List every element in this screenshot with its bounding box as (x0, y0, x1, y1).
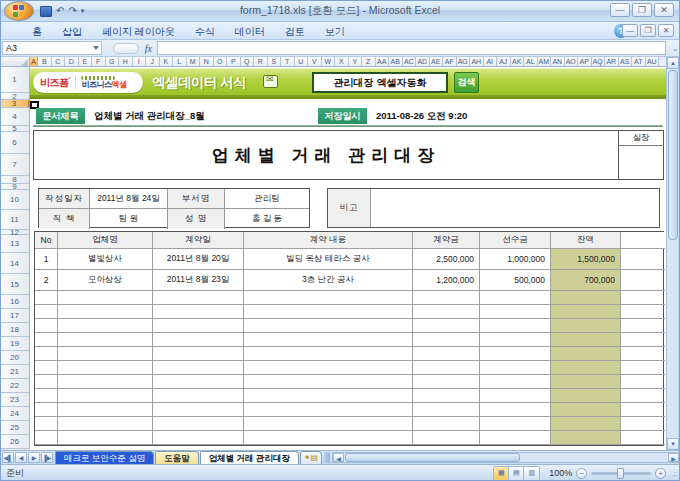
row-header-20[interactable]: 20 (0, 351, 30, 365)
column-header-F[interactable]: F (92, 57, 106, 67)
row-header-21[interactable]: 21 (0, 365, 30, 379)
column-header-C[interactable]: C (52, 57, 66, 67)
ledger-cell-empty[interactable] (413, 333, 480, 347)
horizontal-scrollbar[interactable]: ◀ ▶ (332, 452, 680, 463)
column-header-E[interactable]: E (79, 57, 93, 67)
column-header-O[interactable]: O (214, 57, 228, 67)
scroll-right-icon[interactable]: ▶ (668, 453, 679, 462)
column-header-Q[interactable]: Q (241, 57, 255, 67)
row-header-10[interactable]: 10 (0, 190, 30, 210)
ledger-cell-empty[interactable] (35, 389, 58, 403)
column-header-K[interactable]: K (160, 57, 174, 67)
doc-minimize-button[interactable]: — (622, 24, 638, 37)
column-header-D[interactable]: D (65, 57, 79, 67)
search-button[interactable]: 검색 (454, 72, 479, 93)
column-header-AU[interactable]: AU (646, 57, 660, 67)
ledger-cell-empty[interactable] (153, 389, 244, 403)
ledger-cell-empty[interactable] (35, 291, 58, 305)
redo-icon[interactable]: ↷ (68, 4, 76, 18)
insert-worksheet-icon[interactable]: ✦▤ (300, 451, 322, 464)
ledger-cell-empty[interactable] (244, 333, 413, 347)
ledger-cell[interactable]: 빌딩 옥상 테라스 공사 (244, 249, 413, 270)
ledger-cell-empty[interactable] (58, 389, 153, 403)
page-layout-view-icon[interactable]: ▤ (509, 467, 524, 480)
column-header-V[interactable]: V (308, 57, 322, 67)
column-header-Y[interactable]: Y (349, 57, 363, 67)
column-header-AC[interactable]: AC (403, 57, 417, 67)
ledger-cell-empty[interactable] (153, 305, 244, 319)
ledger-cell-empty[interactable] (35, 305, 58, 319)
column-header-P[interactable]: P (227, 57, 241, 67)
ledger-cell-empty[interactable] (551, 347, 621, 361)
ledger-cell-empty[interactable] (153, 319, 244, 333)
ledger-cell[interactable]: 1,500,000 (551, 249, 621, 270)
ledger-cell-empty[interactable] (244, 347, 413, 361)
ribbon-tab-1[interactable]: 홈 (22, 22, 52, 40)
ledger-cell-empty[interactable] (244, 389, 413, 403)
column-header-AG[interactable]: AG (457, 57, 471, 67)
column-header-AF[interactable]: AF (443, 57, 457, 67)
ledger-cell-empty[interactable] (480, 361, 551, 375)
ledger-cell-empty[interactable] (621, 333, 665, 347)
ledger-cell-empty[interactable] (551, 375, 621, 389)
ledger-cell-empty[interactable] (244, 319, 413, 333)
column-header-AI[interactable]: AI (484, 57, 498, 67)
sheet-tab-2[interactable]: 도움말 (155, 451, 199, 464)
ledger-cell-empty[interactable] (58, 375, 153, 389)
ledger-cell[interactable]: 2011년 8월 20일 (153, 249, 244, 270)
ledger-cell-empty[interactable] (244, 431, 413, 445)
column-header-AD[interactable]: AD (416, 57, 430, 67)
formula-input[interactable] (157, 41, 666, 55)
ledger-cell-empty[interactable] (244, 403, 413, 417)
ledger-cell[interactable]: 2 (35, 270, 58, 291)
ledger-cell-empty[interactable] (621, 389, 665, 403)
column-header-AB[interactable]: AB (389, 57, 403, 67)
ribbon-tab-3[interactable]: 페이지 레이아웃 (92, 22, 185, 40)
ledger-cell-empty[interactable] (244, 291, 413, 305)
row-header-14[interactable]: 14 (0, 253, 30, 274)
row-header-25[interactable]: 25 (0, 421, 30, 435)
doc-close-button[interactable]: ✕ (658, 24, 674, 37)
row-header-6[interactable]: 6 (0, 132, 30, 154)
ledger-cell-empty[interactable] (621, 347, 665, 361)
page-break-view-icon[interactable]: ▥ (524, 467, 539, 480)
formula-bar-expand-icon[interactable]: ⌄ (672, 45, 678, 53)
column-header-M[interactable]: M (187, 57, 201, 67)
ledger-cell-empty[interactable] (551, 431, 621, 445)
ledger-cell-empty[interactable] (35, 417, 58, 431)
column-header-I[interactable]: I (133, 57, 147, 67)
column-header-L[interactable]: L (173, 57, 187, 67)
ledger-cell-empty[interactable] (413, 389, 480, 403)
ledger-cell-empty[interactable] (58, 305, 153, 319)
column-header-AJ[interactable]: AJ (497, 57, 511, 67)
ledger-cell-empty[interactable] (551, 389, 621, 403)
ledger-cell-empty[interactable] (551, 403, 621, 417)
zoom-out-icon[interactable]: − (576, 468, 587, 479)
ledger-cell-empty[interactable] (153, 417, 244, 431)
doc-restore-button[interactable]: ❐ (640, 24, 656, 37)
ledger-cell-empty[interactable] (153, 403, 244, 417)
ledger-cell-empty[interactable] (58, 333, 153, 347)
ledger-cell[interactable]: 별빛상사 (58, 249, 153, 270)
zoom-in-icon[interactable]: + (655, 468, 666, 479)
ledger-cell-empty[interactable] (153, 361, 244, 375)
ledger-cell-empty[interactable] (35, 431, 58, 445)
column-header-G[interactable]: G (106, 57, 120, 67)
ledger-cell-empty[interactable] (551, 361, 621, 375)
ledger-cell-empty[interactable] (153, 431, 244, 445)
vertical-scrollbar[interactable]: ▲ ▼ (666, 57, 678, 450)
ledger-cell-empty[interactable] (35, 403, 58, 417)
scroll-down-icon[interactable]: ▼ (667, 438, 679, 450)
banner-search-input[interactable]: 관리대장 엑셀자동화 (312, 72, 448, 93)
save-icon[interactable] (40, 6, 52, 17)
ledger-cell-empty[interactable] (621, 431, 665, 445)
ledger-cell-empty[interactable] (58, 431, 153, 445)
column-header-Z[interactable]: Z (362, 57, 376, 67)
ribbon-tab-7[interactable]: 보기 (315, 22, 355, 40)
column-header-A[interactable]: A (30, 57, 38, 67)
row-header-13[interactable]: 13 (0, 235, 30, 253)
row-header-19[interactable]: 19 (0, 337, 30, 351)
ledger-cell[interactable]: 700,000 (551, 270, 621, 291)
ledger-cell-empty[interactable] (480, 375, 551, 389)
column-header-AM[interactable]: AM (538, 57, 552, 67)
